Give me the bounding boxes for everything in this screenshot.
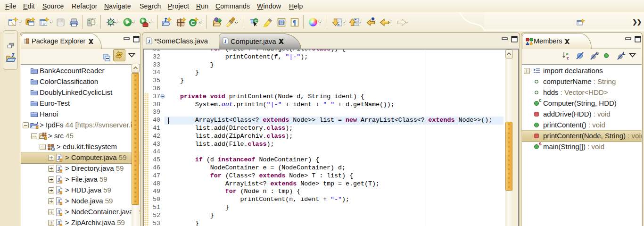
- svg-text:z: z: [567, 56, 569, 60]
- svg-text:¶: ¶: [293, 19, 297, 26]
- svg-text:J: J: [36, 121, 39, 126]
- svg-text:C: C: [191, 20, 195, 26]
- svg-text:J: J: [148, 39, 150, 44]
- svg-text:J: J: [224, 39, 226, 44]
